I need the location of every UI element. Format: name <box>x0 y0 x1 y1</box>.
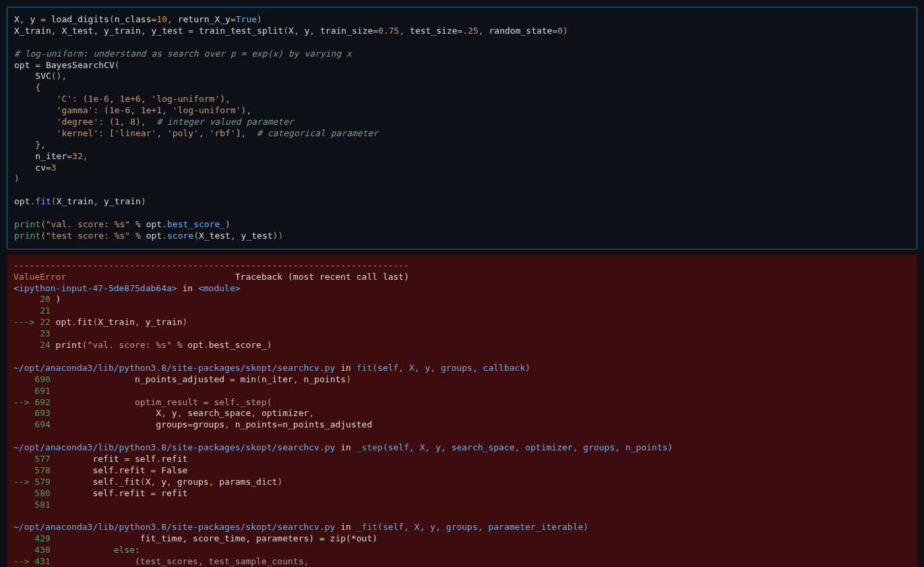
traceback-file-3: ~/opt/anaconda3/lib/python3.8/site-packa… <box>13 522 335 532</box>
error-output-cell: ----------------------------------------… <box>7 255 917 567</box>
traceback-file-1: ~/opt/anaconda3/lib/python3.8/site-packa… <box>13 363 335 373</box>
separator-line: ----------------------------------------… <box>13 260 409 270</box>
code-text: X, y = load_digits(n_class=10, return_X_… <box>14 14 910 242</box>
traceback-text: ----------------------------------------… <box>13 260 911 567</box>
traceback-location: <ipython-input-47-5de875dab64a> <box>13 283 177 293</box>
traceback-label: Traceback (most recent call last) <box>235 272 409 282</box>
code-input-cell[interactable]: X, y = load_digits(n_class=10, return_X_… <box>7 7 917 249</box>
traceback-file-2: ~/opt/anaconda3/lib/python3.8/site-packa… <box>13 442 335 452</box>
error-name: ValueError <box>13 272 66 282</box>
